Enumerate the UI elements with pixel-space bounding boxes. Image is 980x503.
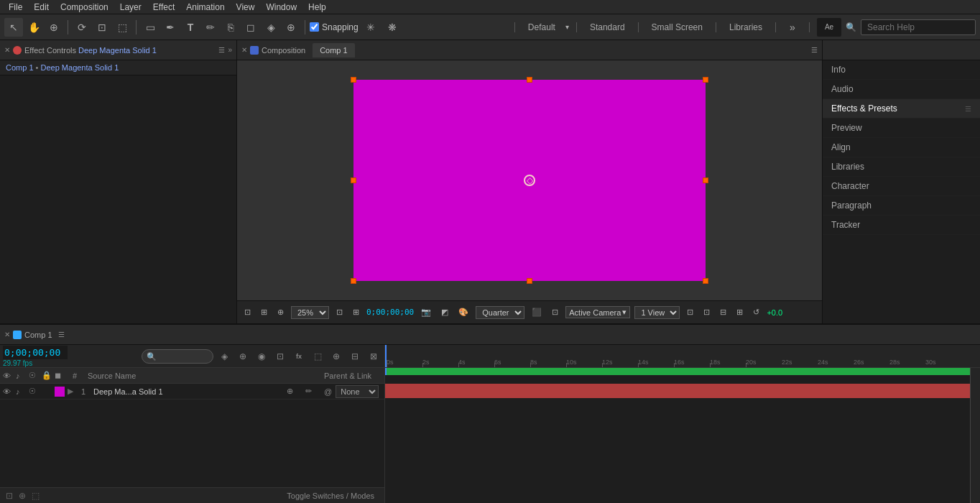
workspace-standard-btn[interactable]: Standard [584, 20, 631, 34]
eraser-tool-btn[interactable]: ◻ [241, 18, 260, 37]
puppet-tool-btn[interactable]: ⊕ [282, 18, 300, 37]
layer-switch-1[interactable]: ⊕ [287, 387, 302, 396]
comp-flowchart-btn[interactable]: ⊞ [734, 306, 746, 318]
snap-alt-btn[interactable]: ❋ [383, 18, 402, 37]
playhead[interactable] [385, 345, 387, 367]
current-time-input[interactable]: 0;00;00;00 [3, 346, 68, 359]
menu-view[interactable]: View [231, 1, 261, 14]
handle-mr[interactable] [703, 177, 708, 183]
toggle-switches-btn[interactable]: Toggle Switches / Modes [282, 491, 379, 501]
menu-composition[interactable]: Composition [55, 1, 114, 14]
solo-btn[interactable]: ◈ [216, 349, 232, 364]
workspace-chevron[interactable]: ▾ [565, 23, 569, 31]
right-panel-tracker[interactable]: Tracker [823, 216, 980, 235]
panel-menu-btn[interactable]: ☰ [218, 46, 225, 54]
fast-preview-btn[interactable]: ⬛ [529, 306, 545, 318]
comp-size-btn[interactable]: ⊡ [684, 306, 696, 318]
lock-btn[interactable]: ⊕ [235, 349, 251, 364]
workspace-libraries-btn[interactable]: Libraries [724, 20, 768, 34]
workspace-default-btn[interactable]: Default [522, 20, 561, 34]
menu-file[interactable]: File [3, 1, 28, 14]
select-tool-btn[interactable]: ↖ [4, 18, 23, 37]
collapse-btn[interactable]: ⊡ [272, 349, 288, 364]
show-snapshot-btn[interactable]: ◩ [438, 306, 451, 318]
comp-fit-btn[interactable]: ⊡ [333, 306, 346, 318]
quality-select[interactable]: Quarter [476, 306, 524, 319]
frames-btn[interactable]: ⬚ [310, 349, 325, 364]
transparency-btn[interactable]: ⊡ [549, 306, 561, 318]
comp-reset-btn[interactable]: ↺ [750, 306, 762, 318]
layer-track-bar[interactable] [385, 384, 970, 398]
text-tool-btn[interactable]: T [181, 18, 200, 37]
menu-help[interactable]: Help [302, 1, 332, 14]
zoom-tool-btn[interactable]: ⊕ [45, 18, 63, 37]
comp-region-btn[interactable]: ⊡ [701, 306, 713, 318]
right-panel-paragraph[interactable]: Paragraph [823, 196, 980, 216]
right-panel-info[interactable]: Info [823, 60, 980, 80]
menu-window[interactable]: Window [260, 1, 302, 14]
right-panel-preview[interactable]: Preview [823, 119, 980, 138]
menu-edit[interactable]: Edit [28, 1, 55, 14]
camera-dolly-btn[interactable]: ⬚ [113, 18, 131, 37]
brush-tool-btn[interactable]: ✏ [201, 18, 220, 37]
comp-preview-btn[interactable]: ⊡ [241, 306, 254, 318]
panel-close-btn[interactable]: ✕ [4, 46, 10, 54]
snap-checkbox[interactable] [310, 22, 319, 32]
workspace-more-btn[interactable]: » [783, 18, 802, 37]
menu-animation[interactable]: Animation [180, 1, 230, 14]
zoom-select[interactable]: 25% [291, 306, 329, 319]
clone-tool-btn[interactable]: ⎘ [221, 18, 240, 37]
draft-btn[interactable]: ⊟ [347, 349, 363, 364]
ae-icon-btn[interactable]: Ae [817, 18, 841, 37]
comp-grid-btn[interactable]: ⊞ [258, 306, 270, 318]
roto-tool-btn[interactable]: ◈ [262, 18, 280, 37]
snapshot-btn[interactable]: 📷 [418, 306, 434, 318]
right-panel-align[interactable]: Align [823, 138, 980, 157]
handle-ml[interactable] [351, 177, 356, 183]
hide-btn[interactable]: ◉ [254, 349, 269, 364]
parent-none-select[interactable]: None [336, 385, 379, 398]
workspace-smallscreen-btn[interactable]: Small Screen [646, 20, 708, 34]
right-panel-libraries[interactable]: Libraries [823, 157, 980, 177]
handle-tc[interactable] [527, 77, 532, 83]
layer-solo[interactable]: ☉ [29, 387, 39, 396]
camera-track-btn[interactable]: ⊡ [93, 18, 111, 37]
search-input[interactable] [861, 19, 976, 35]
menu-layer[interactable]: Layer [114, 1, 147, 14]
color-adjust-btn[interactable]: 🎨 [456, 306, 471, 318]
composition-viewer[interactable] [237, 60, 822, 300]
effects-menu-icon[interactable]: ☰ [965, 105, 971, 113]
timeline-search[interactable] [142, 349, 213, 364]
timeline-menu-btn[interactable]: ☰ [58, 331, 65, 338]
camera-chevron[interactable]: ▾ [622, 308, 627, 317]
layer-eye[interactable]: 👁 [3, 387, 13, 396]
pen-tool-btn[interactable]: ✒ [161, 18, 180, 37]
comp-menu-btn[interactable]: ☰ [811, 46, 818, 54]
comp-tab[interactable]: Comp 1 [313, 43, 355, 57]
handle-bl[interactable] [351, 278, 356, 284]
comp-3d-btn[interactable]: ⊕ [274, 306, 287, 318]
comp-safe-btn[interactable]: ⊞ [350, 306, 362, 318]
handle-br[interactable] [703, 278, 708, 284]
footer-icon-3[interactable]: ⬚ [32, 491, 40, 501]
snap-options-btn[interactable]: ✳ [361, 18, 380, 37]
keyframe-btn[interactable]: ⊠ [366, 349, 382, 364]
footer-icon-1[interactable]: ⊡ [6, 491, 13, 501]
comp-channels-btn[interactable]: ⊟ [717, 306, 729, 318]
camera-orbit-btn[interactable]: ⟳ [73, 18, 91, 37]
right-panel-audio[interactable]: Audio [823, 80, 980, 99]
footer-icon-2[interactable]: ⊕ [19, 491, 26, 501]
handle-tl[interactable] [351, 77, 356, 83]
right-panel-character[interactable]: Character [823, 177, 980, 196]
handle-tr[interactable] [703, 77, 708, 83]
layer-expand-btn[interactable]: ▶ [68, 387, 73, 396]
layer-name[interactable]: Deep Ma...a Solid 1 [93, 387, 284, 396]
right-panel-effects-presets[interactable]: Effects & Presets ☰ [823, 99, 980, 119]
layer-switch-2[interactable]: ✏ [305, 387, 321, 396]
motion-btn[interactable]: ⊕ [328, 349, 344, 364]
handle-bc[interactable] [527, 278, 532, 284]
comp-close-btn[interactable]: ✕ [241, 46, 247, 54]
panel-arrow-btn[interactable]: » [228, 46, 232, 54]
hand-tool-btn[interactable]: ✋ [24, 18, 43, 37]
rect-tool-btn[interactable]: ▭ [141, 18, 160, 37]
